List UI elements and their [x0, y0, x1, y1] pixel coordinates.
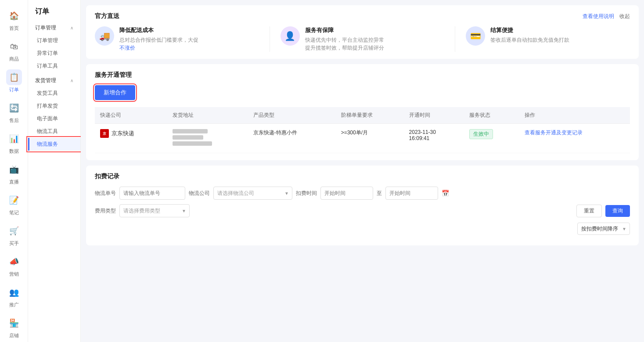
banner-cards: 🚚 降低配送成本 总对总合作报价低门槛要求，大促不涨价 👤 服务有保障 快递优先… — [95, 26, 630, 52]
company-label: 京东快递 — [112, 130, 134, 137]
sidebar-item-aftersale[interactable]: 🔄 售后 — [0, 97, 28, 127]
sidebar-label-order: 订单 — [9, 86, 19, 93]
col-requirement: 阶梯单量要求 — [336, 107, 404, 124]
cell-action[interactable]: 查看服务开通及变更记录 — [519, 124, 630, 153]
query-button[interactable]: 查询 — [605, 205, 630, 217]
sidebar-item-goods[interactable]: 🛍 商品 — [0, 35, 28, 66]
sidebar-label-data: 数据 — [9, 148, 19, 155]
nav-item-logistics-service[interactable]: 物流服务 — [28, 138, 80, 151]
logistics-no-input[interactable] — [119, 187, 185, 200]
collapse-btn[interactable]: 收起 — [619, 13, 630, 20]
sidebar-label-marketing: 营销 — [9, 271, 19, 277]
address-blur-3 — [173, 141, 212, 146]
main-content: 官方直送 查看使用说明 收起 🚚 降低配送成本 总对总合作报价低门槛要求，大促不… — [81, 0, 644, 342]
filter-row-1: 物流单号 物流公司 请选择物流公司 ▼ 扣费时间 至 📅 — [95, 187, 630, 200]
banner-card-desc-1: 快递优先中转，平台主动监控异常提升揽签时效，帮助提升店辅评分 — [305, 36, 384, 52]
cell-company: 京 京东快递 — [95, 124, 167, 153]
filter-row-2: 费用类型 请选择费用类型 ▼ 重置 查询 — [95, 204, 630, 217]
chevron-up-icon2: ∧ — [70, 78, 73, 83]
sidebar-item-promote[interactable]: 👥 推广 — [0, 281, 28, 312]
sidebar-label-goods: 商品 — [9, 56, 19, 62]
col-company: 快递公司 — [95, 107, 167, 124]
sidebar-item-marketing[interactable]: 📣 营销 — [0, 250, 28, 281]
banner-card-title-2: 结算便捷 — [490, 26, 569, 34]
col-address: 发货地址 — [167, 107, 248, 124]
nav-group-label: 订单管理 — [35, 24, 56, 32]
add-cooperation-button[interactable]: 新增合作 — [95, 85, 135, 100]
start-time-input[interactable] — [320, 187, 373, 200]
fee-type-select[interactable]: 请选择费用类型 — [119, 204, 190, 217]
col-status: 服务状态 — [464, 107, 519, 124]
time-label: 扣费时间 — [296, 190, 317, 197]
nav-section-order-management: 订单管理 ∧ 订单管理 异常订单 订单工具 — [28, 22, 80, 72]
cell-requirement: >=300单/月 — [336, 124, 404, 153]
nav-item-exception-order[interactable]: 异常订单 — [28, 47, 80, 60]
banner-card-1: 👤 服务有保障 快递优先中转，平台主动监控异常提升揽签时效，帮助提升店辅评分 — [281, 26, 445, 52]
aftersale-icon: 🔄 — [6, 100, 22, 116]
second-nav: 订单 订单管理 ∧ 订单管理 异常订单 订单工具 发货管理 ∧ 发货工具 打单发… — [28, 0, 81, 342]
col-action: 操作 — [519, 107, 630, 124]
sidebar-label-promote: 推广 — [9, 302, 19, 308]
second-nav-title: 订单 — [28, 7, 80, 22]
sidebar-item-live[interactable]: 📺 直播 — [0, 158, 28, 189]
address-blur-1 — [173, 129, 208, 133]
company-select[interactable]: 请选择物流公司 — [213, 187, 292, 200]
icon-nav: 🏠 首页 🛍 商品 📋 订单 🔄 售后 📊 数据 📺 直播 📝 笔记 🛒 买手 … — [0, 0, 28, 342]
nav-item-logistics-tools[interactable]: 物流工具 — [28, 125, 80, 138]
order-icon: 📋 — [6, 69, 22, 85]
banner-divider-2 — [455, 26, 455, 52]
sidebar-label-live: 直播 — [9, 179, 19, 185]
sidebar-item-buyer[interactable]: 🛒 买手 — [0, 220, 28, 250]
sidebar-item-order[interactable]: 📋 订单 — [0, 66, 28, 97]
sidebar-label-home: 首页 — [9, 25, 19, 32]
payment-icon: 💳 — [466, 26, 485, 46]
table-row: 京 京东快递 京东快递-特惠小件 >=300单/月 2023-11-30 16:… — [95, 124, 630, 153]
banner-card-0: 🚚 降低配送成本 总对总合作报价低门槛要求，大促不涨价 — [95, 26, 259, 52]
col-open-time: 开通时间 — [404, 107, 464, 124]
sidebar-item-home[interactable]: 🏠 首页 — [0, 4, 28, 35]
banner-card-title-0: 降低配送成本 — [119, 26, 198, 34]
end-time-input[interactable] — [385, 187, 438, 200]
banner-card-title-1: 服务有保障 — [305, 26, 384, 34]
sidebar-item-store[interactable]: 🏪 店铺 — [0, 312, 28, 342]
reset-button[interactable]: 重置 — [576, 205, 602, 217]
sidebar-label-note: 笔记 — [9, 209, 19, 216]
col-product-type: 产品类型 — [248, 107, 336, 124]
table-header-row: 快递公司 发货地址 产品类型 阶梯单量要求 开通时间 服务状态 操作 — [95, 107, 630, 124]
view-record-link[interactable]: 查看服务开通及变更记录 — [525, 130, 583, 136]
nav-group-shipping[interactable]: 发货管理 ∧ — [28, 74, 80, 87]
nav-item-order-management[interactable]: 订单管理 — [28, 34, 80, 47]
live-icon: 📺 — [6, 162, 22, 177]
cell-open-time: 2023-11-30 16:09:41 — [404, 124, 464, 153]
nav-item-shipping-tools[interactable]: 发货工具 — [28, 87, 80, 100]
banner-card-desc-2: 签收后逐单自动扣款免充值免打款 — [490, 36, 569, 44]
nav-item-electronic-form[interactable]: 电子面单 — [28, 112, 80, 125]
address-blur-2 — [173, 135, 203, 140]
company-name: 京 京东快递 — [100, 129, 162, 138]
service-management-section: 服务开通管理 新增合作 快递公司 发货地址 产品类型 阶梯单量要求 开通时间 服… — [86, 64, 639, 160]
calendar-icon[interactable]: 📅 — [442, 190, 449, 197]
nav-item-order-tools[interactable]: 订单工具 — [28, 60, 80, 72]
goods-icon: 🛍 — [6, 39, 22, 54]
banner-actions: 查看使用说明 收起 — [583, 13, 630, 20]
service-table: 快递公司 发货地址 产品类型 阶梯单量要求 开通时间 服务状态 操作 京 京东快… — [95, 107, 630, 153]
banner-section: 官方直送 查看使用说明 收起 🚚 降低配送成本 总对总合作报价低门槛要求，大促不… — [86, 5, 639, 59]
cell-address — [167, 124, 248, 153]
sidebar-item-data[interactable]: 📊 数据 — [0, 127, 28, 158]
banner-divider-1 — [270, 26, 270, 52]
home-icon: 🏠 — [6, 8, 22, 24]
nav-group-order-management[interactable]: 订单管理 ∧ — [28, 22, 80, 34]
sidebar-label-buyer: 买手 — [9, 240, 19, 247]
view-guide-link[interactable]: 查看使用说明 — [583, 13, 614, 20]
nav-group-shipping-label: 发货管理 — [35, 77, 56, 84]
sort-select[interactable]: 按扣费时间降序 — [577, 223, 630, 235]
nav-item-print-shipping[interactable]: 打单发货 — [28, 100, 80, 112]
sidebar-label-aftersale: 售后 — [9, 117, 19, 124]
sidebar-item-note[interactable]: 📝 笔记 — [0, 189, 28, 220]
deduction-section: 扣费记录 物流单号 物流公司 请选择物流公司 ▼ 扣费时间 至 📅 费用类型 请… — [86, 166, 639, 245]
delivery-icon: 🚚 — [95, 26, 114, 46]
banner-header: 官方直送 查看使用说明 收起 — [95, 12, 630, 20]
cell-product-type: 京东快递-特惠小件 — [248, 124, 336, 153]
sort-row: 按扣费时间降序 ▼ — [95, 223, 630, 235]
sidebar-label-store: 店铺 — [9, 332, 19, 339]
